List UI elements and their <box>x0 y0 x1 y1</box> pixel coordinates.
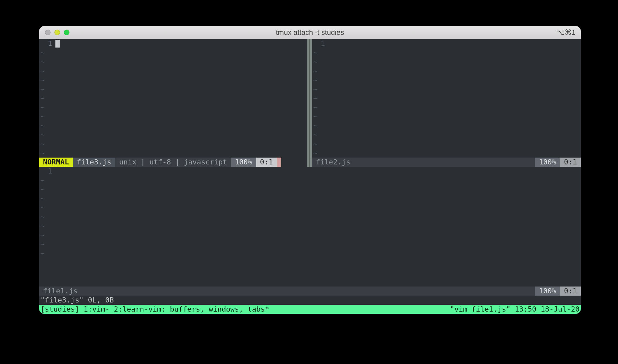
empty-line-tilde: ~ <box>312 48 317 57</box>
empty-line-tilde: ~ <box>39 103 45 112</box>
window-shortcut-label: ⌥⌘1 <box>556 28 576 37</box>
vim-statusline-top-right: file2.js 100% 0:1 <box>312 158 581 167</box>
vim-scroll-percent: 100% <box>231 158 256 167</box>
vim-scroll-percent: 100% <box>535 158 560 167</box>
vim-file-meta: unix | utf-8 | javascript <box>115 158 231 167</box>
terminal-body[interactable]: 1~~~~~~~~~~~~~ NORMAL file3.js unix | ut… <box>39 39 581 314</box>
empty-line-tilde: ~ <box>312 76 317 85</box>
empty-line-tilde: ~ <box>39 139 45 148</box>
empty-line-tilde: ~ <box>39 221 45 231</box>
empty-line-tilde: ~ <box>312 112 317 121</box>
vim-command-line[interactable]: "file3.js" 0L, 0B <box>39 296 581 305</box>
empty-line-tilde: ~ <box>312 130 317 139</box>
empty-line-tilde: ~ <box>39 130 45 139</box>
vim-statusline-top-left: NORMAL file3.js unix | utf-8 | javascrip… <box>39 158 307 167</box>
empty-line-tilde: ~ <box>39 231 45 240</box>
empty-line-tilde: ~ <box>39 185 45 194</box>
empty-line-tilde: ~ <box>39 94 45 103</box>
empty-line-tilde: ~ <box>39 85 45 94</box>
vim-filename: file2.js <box>312 158 354 167</box>
window-close-button[interactable] <box>45 30 51 35</box>
vim-statusline-bottom: file1.js 100% 0:1 <box>39 287 581 296</box>
vim-cursor-position: 0:1 <box>560 287 581 296</box>
tmux-status-left: [studies] 1:vim- 2:learn-vim: buffers, w… <box>40 305 269 314</box>
empty-line-tilde: ~ <box>39 203 45 212</box>
empty-line-tilde: ~ <box>39 57 45 66</box>
empty-line-tilde: ~ <box>312 85 317 94</box>
empty-line-tilde: ~ <box>39 76 45 85</box>
tmux-status-bar[interactable]: [studies] 1:vim- 2:learn-vim: buffers, w… <box>39 305 581 314</box>
vim-status-separator <box>277 158 281 167</box>
line-number: 1 <box>312 39 328 48</box>
empty-line-tilde: ~ <box>39 66 45 76</box>
vim-pane-top-right[interactable]: 1~~~~~~~~~~~~~ file2.js 100% 0:1 <box>312 39 581 167</box>
empty-line-tilde: ~ <box>312 139 317 148</box>
titlebar: tmux attach -t studies ⌥⌘1 <box>39 26 581 39</box>
empty-line-tilde: ~ <box>312 121 317 130</box>
line-number: 1 <box>39 167 55 176</box>
vim-cursor-position: 0:1 <box>256 158 277 167</box>
window-minimize-button[interactable] <box>54 30 60 35</box>
vim-scroll-percent: 100% <box>535 287 560 296</box>
vim-filename: file1.js <box>39 287 81 296</box>
empty-line-tilde: ~ <box>39 48 45 57</box>
empty-line-tilde: ~ <box>312 57 317 66</box>
window-title: tmux attach -t studies <box>39 28 581 37</box>
empty-line-tilde: ~ <box>39 212 45 221</box>
vim-filename: file3.js <box>73 158 115 167</box>
cursor <box>55 40 60 48</box>
empty-line-tilde: ~ <box>312 103 317 112</box>
vim-cursor-position: 0:1 <box>560 158 581 167</box>
empty-line-tilde: ~ <box>39 121 45 130</box>
tmux-status-right: "vim file1.js" 13:50 18-Jul-20 <box>450 305 580 314</box>
window-maximize-button[interactable] <box>64 30 69 35</box>
terminal-window: tmux attach -t studies ⌥⌘1 1~~~~~~~~~~~~… <box>39 26 581 314</box>
line-number: 1 <box>39 39 55 48</box>
empty-line-tilde: ~ <box>312 66 317 76</box>
empty-line-tilde: ~ <box>312 94 317 103</box>
empty-line-tilde: ~ <box>39 194 45 203</box>
empty-line-tilde: ~ <box>312 148 317 158</box>
vim-vertical-split-bar[interactable] <box>307 39 312 167</box>
vim-pane-top-left[interactable]: 1~~~~~~~~~~~~~ NORMAL file3.js unix | ut… <box>39 39 307 167</box>
empty-line-tilde: ~ <box>39 249 45 258</box>
vim-pane-bottom[interactable]: 1~~~~~~~~~ file1.js 100% 0:1 <box>39 167 581 296</box>
empty-line-tilde: ~ <box>39 112 45 121</box>
empty-line-tilde: ~ <box>39 240 45 249</box>
empty-line-tilde: ~ <box>39 176 45 185</box>
empty-line-tilde: ~ <box>39 148 45 158</box>
vim-mode-indicator: NORMAL <box>39 158 73 167</box>
